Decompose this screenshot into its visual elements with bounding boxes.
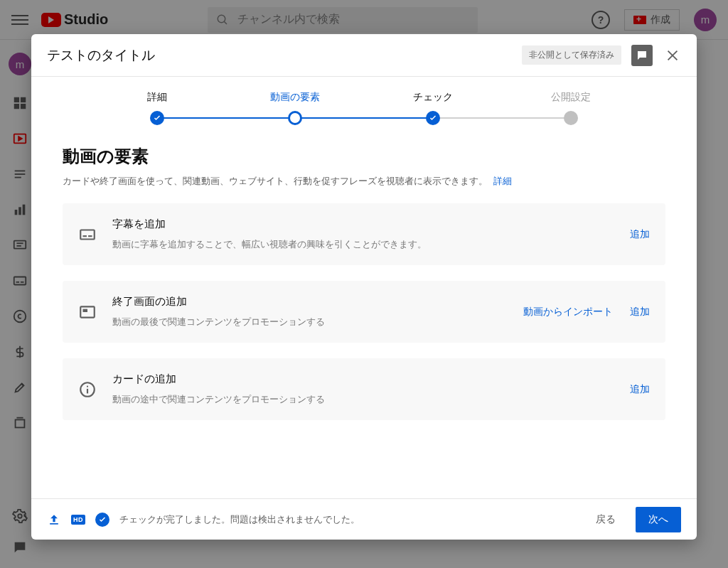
svg-rect-24: [641, 55, 643, 57]
upload-complete-icon: [47, 513, 61, 527]
dialog-header: テストのタイトル 非公開として保存済み: [31, 34, 697, 77]
learn-more-link[interactable]: 詳細: [493, 176, 512, 186]
step-label: チェック: [364, 91, 502, 104]
save-status-badge: 非公開として保存済み: [522, 45, 621, 65]
step-details[interactable]: 詳細: [88, 91, 226, 111]
card-description: 動画の途中で関連コンテンツをプロモーションする: [112, 393, 614, 406]
section-title: 動画の要素: [63, 145, 665, 168]
send-feedback-button[interactable]: [631, 45, 653, 66]
subtitles-card: 字幕を追加 動画に字幕を追加することで、幅広い視聴者の興味を引くことができます。…: [63, 203, 665, 265]
card-description: 動画に字幕を追加することで、幅広い視聴者の興味を引くことができます。: [112, 238, 614, 251]
add-subtitles-button[interactable]: 追加: [630, 228, 650, 241]
info-cards-card: カードの追加 動画の途中で関連コンテンツをプロモーションする 追加: [63, 358, 665, 420]
svg-rect-28: [83, 235, 87, 237]
import-from-video-button[interactable]: 動画からインポート: [523, 306, 613, 318]
dialog-footer: HD チェックが完了しました。問題は検出されませんでした。 戻る 次へ: [31, 498, 697, 540]
card-title: 字幕を追加: [112, 218, 614, 231]
step-visibility[interactable]: 公開設定: [502, 91, 640, 111]
close-button[interactable]: [663, 45, 682, 65]
step-dot-done-icon: [150, 111, 164, 125]
subtitles-icon: [78, 225, 97, 244]
step-label: 動画の要素: [226, 91, 364, 104]
add-cards-button[interactable]: 追加: [630, 383, 650, 396]
info-icon: [78, 380, 97, 399]
hd-badge: HD: [71, 515, 85, 525]
step-dot-pending-icon: [564, 111, 578, 125]
card-description: 動画の最後で関連コンテンツをプロモーションする: [112, 316, 508, 328]
footer-status: チェックが完了しました。問題は検出されませんでした。: [119, 513, 360, 526]
dialog-body: 動画の要素 カードや終了画面を使って、関連動画、ウェブサイト、行動を促すフレーズ…: [31, 131, 697, 498]
section-description: カードや終了画面を使って、関連動画、ウェブサイト、行動を促すフレーズを視聴者に表…: [63, 175, 665, 188]
svg-rect-29: [88, 235, 92, 237]
step-label: 公開設定: [502, 91, 640, 104]
step-dot-current-icon: [288, 111, 302, 125]
step-label: 詳細: [88, 91, 226, 104]
close-icon: [665, 48, 680, 63]
back-button[interactable]: 戻る: [586, 508, 626, 532]
svg-point-34: [87, 385, 88, 387]
svg-rect-27: [80, 230, 95, 239]
svg-rect-35: [50, 523, 58, 525]
stepper: 詳細 動画の要素 チェック 公開設定: [31, 77, 697, 131]
next-button[interactable]: 次へ: [636, 507, 681, 532]
end-screen-card: 終了画面の追加 動画の最後で関連コンテンツをプロモーションする 動画からインポー…: [63, 281, 665, 343]
add-end-screen-button[interactable]: 追加: [630, 306, 650, 318]
svg-rect-31: [83, 309, 88, 311]
dialog-title: テストのタイトル: [47, 46, 155, 65]
svg-rect-23: [641, 53, 643, 55]
step-elements[interactable]: 動画の要素: [226, 91, 364, 111]
step-dot-done-icon: [426, 111, 440, 125]
card-title: カードの追加: [112, 373, 614, 386]
card-title: 終了画面の追加: [112, 295, 508, 309]
checks-complete-icon: [95, 513, 109, 527]
upload-dialog: テストのタイトル 非公開として保存済み 詳細 動画の要素 チェック 公開設定: [31, 34, 697, 540]
step-checks[interactable]: チェック: [364, 91, 502, 111]
end-screen-icon: [78, 303, 97, 321]
